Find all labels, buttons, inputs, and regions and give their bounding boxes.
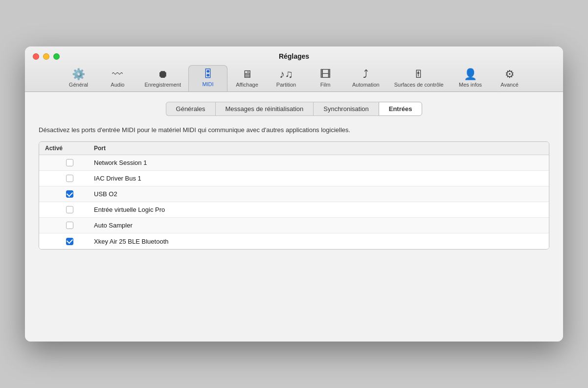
toolbar-item-affichage[interactable]: 🖥Affichage [227,66,267,91]
table-header: Activé Port [39,142,549,155]
table-row: Entrée virtuelle Logic Pro [39,202,549,218]
tab-entrees[interactable]: Entrées [379,102,423,116]
toolbar-item-enregistrement[interactable]: ⏺Enregistrement [137,66,188,91]
surfaces-icon: 🎚 [413,69,424,80]
checkbox-4[interactable] [66,222,73,229]
checkbox-3[interactable] [66,206,73,213]
checkbox-5[interactable] [66,238,73,245]
tab-synchronisation[interactable]: Synchronisation [313,102,379,116]
checkbox-1[interactable] [66,175,73,182]
toolbar-item-automation[interactable]: ⤴Automation [345,66,387,91]
toolbar-item-avance[interactable]: ⚙Avancé [490,66,529,91]
toolbar-item-mesinfos[interactable]: 👤Mes infos [451,66,490,91]
table-row: IAC Driver Bus 1 [39,171,549,186]
toolbar-label-automation: Automation [352,82,380,88]
header-port: Port [94,145,543,152]
tab-messages[interactable]: Messages de réinitialisation [215,102,314,116]
tab-generales[interactable]: Générales [166,102,215,116]
toolbar-label-enregistrement: Enregistrement [144,82,181,88]
description-text: Désactivez les ports d'entrée MIDI pour … [39,126,549,135]
table-row: Network Session 1 [39,155,549,171]
avance-icon: ⚙ [505,69,515,80]
automation-icon: ⤴ [363,69,368,80]
port-name-4: Auto Sampler [94,222,543,229]
close-button[interactable] [33,53,39,60]
header-active: Activé [45,145,94,152]
checkbox-cell-0 [45,159,94,166]
toolbar-item-film[interactable]: 🎞Film [306,66,345,91]
toolbar-label-audio: Audio [111,82,124,88]
toolbar-label-affichage: Affichage [236,82,258,88]
minimize-button[interactable] [43,53,49,60]
checkbox-cell-3 [45,206,94,213]
audio-icon: 〰 [112,69,123,80]
titlebar: Réglages ⚙️Général〰Audio⏺Enregistrement🎛… [25,46,563,92]
affichage-icon: 🖥 [242,69,252,80]
toolbar-label-general: Général [69,82,88,88]
window-controls [33,53,60,60]
port-name-3: Entrée virtuelle Logic Pro [94,206,543,213]
empty-space [39,250,549,328]
table-row: Auto Sampler [39,218,549,233]
main-window: Réglages ⚙️Général〰Audio⏺Enregistrement🎛… [25,46,563,342]
mesinfos-icon: 👤 [464,69,477,80]
midi-ports-table: Activé Port Network Session 1IAC Driver … [39,141,549,250]
toolbar-item-partition[interactable]: ♪♫Partition [267,66,306,91]
window-title: Réglages [279,52,309,60]
toolbar-label-partition: Partition [276,82,296,88]
checkbox-cell-2 [45,190,94,198]
tabs-row: GénéralesMessages de réinitialisationSyn… [39,102,549,116]
general-icon: ⚙️ [72,69,85,80]
toolbar-item-audio[interactable]: 〰Audio [98,66,137,91]
toolbar-label-film: Film [320,82,331,88]
toolbar-label-surfaces: Surfaces de contrôle [394,82,444,88]
toolbar-item-general[interactable]: ⚙️Général [59,66,98,91]
partition-icon: ♪♫ [279,69,293,80]
checkbox-cell-1 [45,175,94,182]
checkbox-cell-5 [45,238,94,245]
port-name-0: Network Session 1 [94,159,543,166]
port-name-5: Xkey Air 25 BLE Bluetooth [94,238,543,245]
maximize-button[interactable] [53,53,60,60]
checkbox-0[interactable] [66,159,73,166]
toolbar-item-midi[interactable]: 🎛MIDI [188,65,227,91]
port-name-1: IAC Driver Bus 1 [94,175,543,182]
toolbar-label-midi: MIDI [202,81,213,87]
checkbox-2[interactable] [66,190,73,198]
content-area: GénéralesMessages de réinitialisationSyn… [25,92,563,342]
toolbar-label-mesinfos: Mes infos [459,82,482,88]
midi-icon: 🎛 [203,68,213,79]
enregistrement-icon: ⏺ [158,69,168,80]
checkbox-cell-4 [45,222,94,229]
toolbar-item-surfaces[interactable]: 🎚Surfaces de contrôle [387,66,451,91]
port-name-2: USB O2 [94,190,543,198]
toolbar: ⚙️Général〰Audio⏺Enregistrement🎛MIDI🖥Affi… [33,65,555,91]
film-icon: 🎞 [320,69,331,80]
table-row: Xkey Air 25 BLE Bluetooth [39,233,549,249]
toolbar-label-avance: Avancé [500,82,519,88]
table-row: USB O2 [39,186,549,202]
